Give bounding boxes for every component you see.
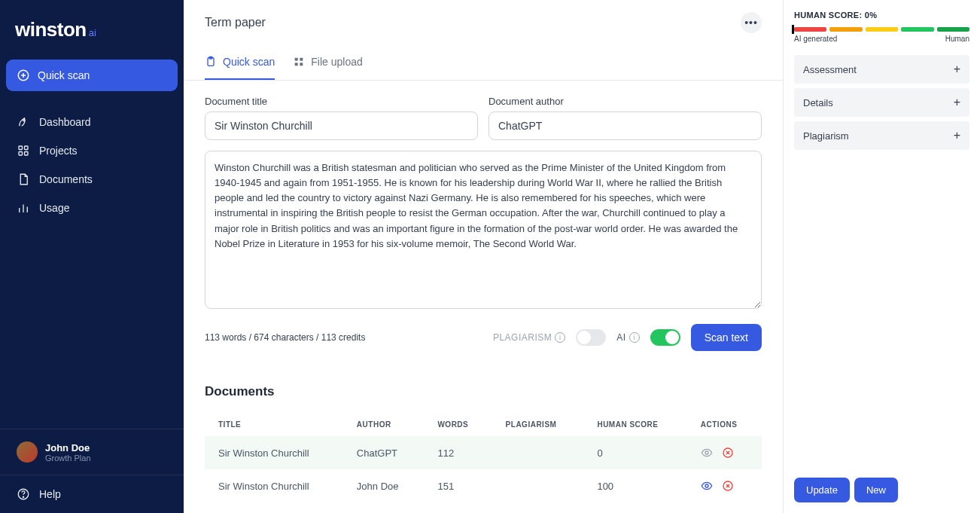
delete-icon[interactable]: [722, 447, 734, 459]
content-textarea[interactable]: [205, 151, 762, 309]
gauge-segment: [829, 27, 862, 32]
gauge-right-label: Human: [945, 35, 969, 43]
cell-words: 151: [424, 469, 492, 502]
sidebar-item-label: Projects: [39, 145, 78, 157]
ai-toggle-label: AI i: [616, 332, 639, 343]
view-icon[interactable]: [701, 480, 713, 492]
svg-rect-18: [300, 63, 303, 66]
plagiarism-toggle-label: PLAGIARISM i: [493, 332, 565, 343]
accordion-plagiarism[interactable]: Plagiarism+: [794, 121, 969, 150]
doc-title-input[interactable]: [205, 111, 478, 140]
chart-bar-icon: [17, 201, 30, 215]
col-human-score: HUMAN SCORE: [583, 413, 686, 436]
col-actions: ACTIONS: [687, 413, 762, 436]
svg-point-23: [705, 484, 708, 487]
sidebar-item-label: Dashboard: [39, 116, 91, 128]
accordion-label: Plagiarism: [803, 130, 849, 142]
human-score-label: HUMAN SCORE: 0%: [794, 11, 969, 20]
sidebar-item-label: Usage: [39, 202, 69, 214]
svg-point-12: [23, 496, 23, 497]
accordion-label: Details: [803, 97, 833, 108]
documents-table: TITLE AUTHOR WORDS PLAGIARISM HUMAN SCOR…: [205, 413, 762, 502]
doc-author-input[interactable]: [488, 111, 762, 140]
sidebar-item-usage[interactable]: Usage: [6, 194, 178, 222]
clipboard-icon: [205, 56, 217, 68]
gauge-left-label: AI generated: [794, 35, 837, 43]
accordion-assessment[interactable]: Assessment+: [794, 55, 969, 84]
plus-circle-icon: [17, 69, 30, 82]
svg-rect-16: [300, 58, 303, 61]
plus-icon: +: [954, 129, 960, 142]
sidebar-item-dashboard[interactable]: Dashboard: [6, 108, 178, 136]
col-plagiarism: PLAGIARISM: [492, 413, 584, 436]
svg-rect-5: [25, 146, 29, 150]
new-button[interactable]: New: [854, 478, 898, 502]
cell-title: Sir Winston Churchill: [205, 436, 343, 469]
accordion-details[interactable]: Details+: [794, 88, 969, 117]
header: Term paper •••: [184, 0, 783, 45]
table-row[interactable]: Sir Winston ChurchillJohn Doe151100: [205, 469, 762, 502]
scan-text-button[interactable]: Scan text: [691, 324, 762, 351]
tabs: Quick scan File upload: [184, 45, 783, 81]
gauge-segment: [937, 27, 969, 32]
info-icon[interactable]: i: [555, 332, 565, 343]
delete-icon[interactable]: [722, 480, 734, 492]
plagiarism-toggle[interactable]: [576, 329, 606, 346]
logo-suffix: ai: [89, 27, 96, 38]
plus-icon: +: [954, 63, 960, 76]
page-title: Term paper: [205, 16, 266, 29]
cell-human-score: 0: [583, 436, 686, 469]
right-panel: HUMAN SCORE: 0% AI generated Human Asses…: [784, 0, 980, 513]
word-count: 113 words / 674 characters / 113 credits: [205, 332, 365, 343]
help-label: Help: [39, 488, 61, 500]
cell-plagiarism: [492, 469, 584, 502]
accordion-label: Assessment: [803, 64, 857, 75]
help-link[interactable]: Help: [6, 475, 178, 513]
tab-quick-scan[interactable]: Quick scan: [205, 45, 275, 80]
cell-author: ChatGPT: [343, 436, 425, 469]
col-words: WORDS: [424, 413, 492, 436]
table-row[interactable]: Sir Winston ChurchillChatGPT1120: [205, 436, 762, 469]
ai-toggle[interactable]: [650, 329, 680, 346]
info-icon[interactable]: i: [629, 332, 640, 343]
logo-text: winston: [15, 18, 87, 41]
svg-rect-4: [19, 146, 23, 150]
view-icon[interactable]: [701, 447, 713, 459]
update-button[interactable]: Update: [794, 478, 850, 502]
user-plan: Growth Plan: [45, 453, 91, 463]
sidebar: winston ai Quick scan Dashboard Projects…: [0, 0, 184, 513]
gauge-marker: [792, 25, 794, 34]
sidebar-item-projects[interactable]: Projects: [6, 136, 178, 165]
grid-icon: [17, 144, 30, 157]
user-name: John Doe: [45, 442, 91, 453]
documents-heading: Documents: [205, 384, 762, 399]
document-icon: [17, 173, 30, 186]
doc-author-label: Document author: [488, 96, 762, 107]
user-block[interactable]: John Doe Growth Plan: [6, 429, 178, 475]
gauge-segment: [794, 27, 826, 32]
tab-label: Quick scan: [223, 56, 275, 68]
svg-rect-7: [25, 152, 29, 156]
svg-rect-15: [295, 58, 298, 61]
cell-human-score: 100: [583, 469, 686, 502]
gauge-segment: [866, 27, 898, 32]
sidebar-item-documents[interactable]: Documents: [6, 165, 178, 194]
svg-point-19: [705, 451, 708, 454]
svg-rect-17: [295, 63, 298, 66]
cell-title: Sir Winston Churchill: [205, 469, 343, 502]
cell-plagiarism: [492, 436, 584, 469]
sidebar-item-label: Documents: [39, 173, 93, 185]
svg-rect-6: [19, 152, 23, 156]
quick-scan-label: Quick scan: [38, 69, 90, 81]
doc-title-label: Document title: [205, 96, 478, 107]
cell-author: John Doe: [343, 469, 425, 502]
quick-scan-button[interactable]: Quick scan: [6, 60, 178, 91]
cell-words: 112: [424, 436, 492, 469]
apps-icon: [293, 56, 305, 68]
score-gauge: [794, 27, 969, 32]
help-icon: [17, 487, 30, 501]
avatar: [17, 441, 38, 463]
svg-point-3: [23, 120, 25, 121]
tab-file-upload[interactable]: File upload: [293, 45, 363, 80]
more-button[interactable]: •••: [741, 12, 762, 33]
